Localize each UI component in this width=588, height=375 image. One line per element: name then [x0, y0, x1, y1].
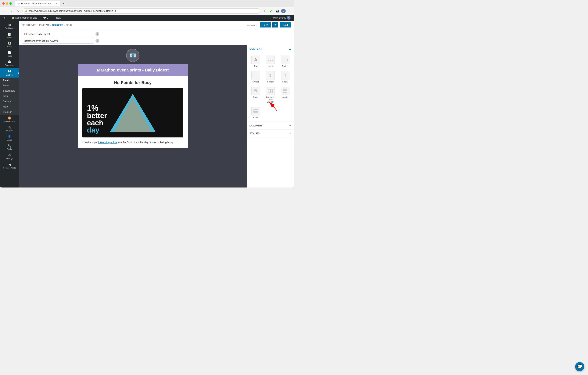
user-avatar[interactable]: S: [281, 9, 286, 13]
content-toggle-icon[interactable]: ▲: [289, 47, 291, 50]
content-item-spacer[interactable]: Spacer: [264, 70, 277, 84]
site-name-item[interactable]: 🏠 Demo Marketing Blog: [10, 15, 39, 21]
sidebar-label-appearance: Appearance: [4, 120, 15, 122]
save-button[interactable]: Save: [260, 22, 271, 27]
screenshot-button[interactable]: 📷: [275, 8, 280, 14]
spacer-block-icon: [266, 71, 275, 80]
sidebar: ⊞ Dashboard 📝 Posts 🖼 Media 📄 Pages 💬: [0, 21, 19, 188]
styles-section-header[interactable]: STYLES ▼: [247, 130, 294, 137]
refresh-button[interactable]: ↻: [16, 8, 21, 14]
sidebar-item-posts[interactable]: 📝 Posts: [0, 31, 19, 40]
bookmark-button[interactable]: ☆: [262, 8, 267, 14]
text-block-label: Text: [254, 65, 258, 67]
pages-icon: 📄: [8, 51, 11, 55]
content-item-automatic[interactable]: Automatic Latest Content: [264, 86, 277, 104]
columns-section-header[interactable]: COLUMNS ▼: [247, 122, 294, 129]
columns-toggle-icon[interactable]: ▼: [289, 124, 291, 127]
content-section-title: CONTENT: [250, 47, 262, 50]
howdy-item[interactable]: Howdy, Sourav S: [269, 15, 292, 21]
comments-item[interactable]: 💬 0: [42, 15, 50, 21]
active-tab[interactable]: 📧 MailPoet - Newsletter « Demo ... ✕: [15, 1, 60, 6]
next-button[interactable]: Next: [280, 22, 291, 27]
save-dropdown-button[interactable]: ▼: [273, 22, 278, 27]
submenu-subscribers[interactable]: Subscribers: [0, 88, 19, 93]
mailpoet-submenu: Emails Forms Subscribers Lists Settings …: [0, 77, 19, 115]
menu-button[interactable]: ⋮: [287, 8, 292, 14]
address-bar[interactable]: 🔒 https://wp.souravkundu.in/wp-admin/adm…: [22, 8, 260, 14]
sidebar-item-pages[interactable]: 📄 Pages: [0, 49, 19, 59]
footer-block-icon: [251, 107, 260, 115]
breadcrumb-sep-2: >: [50, 24, 52, 26]
subject-help-icon[interactable]: ?: [95, 32, 99, 36]
submenu-settings[interactable]: Settings: [0, 99, 19, 104]
sidebar-item-dashboard[interactable]: ⊞ Dashboard: [0, 22, 19, 31]
sidebar-item-mailpoet[interactable]: M MailPoet ◀: [0, 68, 19, 77]
content-section-header[interactable]: CONTENT ▲: [247, 45, 294, 53]
submenu-lists[interactable]: Lists: [0, 93, 19, 99]
svg-rect-6: [268, 89, 270, 91]
content-item-button[interactable]: Button: [278, 55, 292, 68]
sidebar-item-collapse[interactable]: ◀ Collapse menu: [0, 161, 19, 170]
svg-rect-11: [283, 89, 287, 92]
sidebar-item-users[interactable]: 👤 Users: [0, 133, 19, 143]
svg-rect-9: [271, 91, 273, 93]
sidebar-item-media[interactable]: 🖼 Media: [0, 40, 19, 49]
extensions-button[interactable]: 🧩: [268, 8, 273, 14]
preview-input[interactable]: [22, 38, 94, 44]
content-item-posts[interactable]: Posts: [249, 86, 262, 104]
designer-area: 📧 Marathon over Sprints - Daily Digest N…: [19, 45, 294, 188]
content-item-image[interactable]: Image: [264, 55, 277, 68]
minimize-button[interactable]: [6, 2, 8, 5]
styles-toggle-icon[interactable]: ▼: [289, 132, 291, 135]
columns-section-title: COLUMNS: [250, 124, 262, 127]
maximize-button[interactable]: [10, 2, 12, 5]
email-preview-container[interactable]: 📧 Marathon over Sprints - Daily Digest N…: [19, 45, 247, 188]
automatic-block-icon: [266, 87, 275, 95]
newsletter-form: ? ?: [19, 29, 294, 45]
sidebar-label-settings: Settings: [6, 157, 13, 160]
breadcrumb-designer[interactable]: DESIGNER: [52, 24, 63, 26]
header-block-label: Header: [282, 96, 289, 99]
content-item-social[interactable]: f Social: [278, 70, 292, 84]
submenu-premium[interactable]: Premium: [0, 109, 19, 115]
submenu-emails[interactable]: Emails: [0, 77, 19, 83]
toolbar-actions: ☆ 🧩 📷 S ⋮: [262, 8, 292, 14]
content-item-header[interactable]: Header: [278, 86, 292, 104]
sidebar-item-appearance[interactable]: 🎨 Appearance: [0, 115, 19, 124]
content-item-divider[interactable]: Divider: [249, 70, 262, 84]
content-item-footer[interactable]: Footer: [249, 106, 262, 120]
breadcrumb-send[interactable]: SEND: [66, 24, 72, 26]
breadcrumb-select-type[interactable]: SELECT TYPE: [22, 24, 36, 26]
tab-bar: 📧 MailPoet - Newsletter « Demo ... ✕ +: [15, 1, 292, 6]
wp-logo-item[interactable]: ⊕: [2, 15, 7, 21]
email-article-title: No Points for Busy: [82, 80, 183, 85]
tab-close-icon[interactable]: ✕: [56, 3, 57, 5]
wp-admin: ⊕ 🏠 Demo Marketing Blog 💬 0 + New Howdy,…: [0, 15, 294, 188]
back-button[interactable]: ‹: [2, 8, 7, 14]
button-block-icon: [281, 55, 289, 64]
admin-bar: ⊕ 🏠 Demo Marketing Blog 💬 0 + New Howdy,…: [0, 15, 294, 21]
sidebar-item-settings[interactable]: ⚙ Settings: [0, 152, 19, 161]
wp-content: ⊞ Dashboard 📝 Posts 🖼 Media 📄 Pages 💬: [0, 21, 294, 188]
sidebar-item-plugins[interactable]: 🔌 Plugins: [0, 124, 19, 133]
sidebar-label-comments: Comments: [5, 64, 14, 66]
sidebar-item-tools[interactable]: 🔧 Tools: [0, 143, 19, 152]
forward-button[interactable]: ›: [9, 8, 14, 14]
subject-input[interactable]: [22, 31, 94, 37]
email-body: Marathon over Sprints - Daily Digest No …: [78, 64, 188, 148]
plus-icon: +: [54, 16, 55, 19]
breadcrumb-template[interactable]: TEMPLATE: [39, 24, 50, 26]
new-tab-button[interactable]: +: [61, 1, 66, 6]
sidebar-label-dashboard: Dashboard: [5, 27, 14, 29]
content-item-text[interactable]: A Text: [249, 55, 262, 68]
howdy-text: Howdy, Sourav: [271, 16, 286, 19]
preview-help-icon[interactable]: ?: [95, 39, 99, 43]
new-item[interactable]: + New: [53, 15, 62, 21]
close-button[interactable]: [2, 2, 5, 5]
posts-icon: 📝: [8, 33, 11, 36]
sidebar-item-comments[interactable]: 💬 Comments: [0, 59, 19, 68]
article-link[interactable]: interesting article: [98, 141, 117, 144]
image-text-day: day: [87, 126, 107, 134]
submenu-forms[interactable]: Forms: [0, 83, 19, 88]
submenu-help[interactable]: Help: [0, 104, 19, 109]
